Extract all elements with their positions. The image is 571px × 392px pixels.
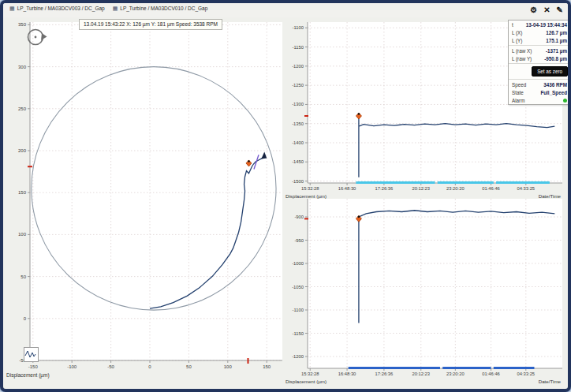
info-value: 126.7 µm [546,30,567,35]
alarm-status-dot [563,99,567,103]
svg-text:100: 100 [224,364,233,369]
orbit-chart[interactable]: -150-100-5005010015035030025020015010050… [6,22,282,379]
svg-text:-150: -150 [28,364,39,369]
svg-text:-1150: -1150 [293,331,304,336]
svg-text:16:48:30: 16:48:30 [338,186,356,191]
svg-text:Displacement (µm): Displacement (µm) [286,193,327,199]
info-panel: t 13-04-19 15:44:34 L (X) 126.7 µm L (Y)… [508,20,571,105]
svg-text:01:46:46: 01:46:46 [482,371,500,376]
svg-text:04:33:25: 04:33:25 [517,186,536,191]
svg-text:150: 150 [263,364,271,369]
svg-text:17:26:36: 17:26:36 [375,371,394,376]
set-as-zero-button[interactable]: Set as zero [532,66,568,77]
svg-text:-1400: -1400 [292,140,304,145]
svg-text:-1300: -1300 [292,102,304,106]
charts-canvas: -150-100-5005010015035030025020015010050… [3,3,568,389]
svg-text:-100: -100 [67,364,77,369]
waveform-toggle-icon[interactable] [24,347,39,362]
svg-text:-1100: -1100 [293,25,304,30]
svg-text:-1450: -1450 [292,159,304,164]
info-row-time: t 13-04-19 15:44:34 [509,21,570,28]
info-row-alarm: Alarm [509,96,570,104]
divider [509,79,570,80]
svg-text:50: 50 [21,274,26,279]
info-label: Speed [512,82,526,88]
svg-text:-1500: -1500 [292,179,304,184]
info-row-raw-y: L (raw Y) -950.8 µm [509,54,570,62]
cursor-tooltip: 13.04.19 15:43:22 X: 126 µm Y: 181 µm Sp… [79,19,222,30]
svg-text:01:46:46: 01:46:46 [482,186,500,191]
svg-text:23:20:20: 23:20:20 [446,371,465,376]
svg-text:-50: -50 [107,364,114,369]
info-label: Alarm [512,98,524,103]
info-value: 3436 RPM [543,82,567,88]
svg-text:200: 200 [18,148,27,153]
rotation-direction-icon [24,25,47,49]
svg-text:-950: -950 [294,238,304,243]
svg-text:-1250: -1250 [292,83,304,88]
svg-text:-1350: -1350 [292,121,304,126]
svg-text:-1100: -1100 [293,308,304,312]
svg-text:0: 0 [24,316,27,321]
svg-text:0: 0 [148,364,151,369]
trend-chart-y[interactable]: 15:32:2816:48:3017:26:3620:12:2323:20:20… [286,199,562,384]
svg-text:15:32:28: 15:32:28 [301,186,319,191]
divider [509,63,570,64]
svg-text:300: 300 [18,65,27,69]
svg-text:Date/Time: Date/Time [539,193,562,199]
svg-text:Displacement (µm): Displacement (µm) [6,372,50,379]
info-value: 13-04-19 15:44:34 [526,22,567,28]
info-label: L (Y) [512,38,522,43]
svg-text:-1200: -1200 [292,354,304,359]
info-label: L (X) [512,30,522,35]
info-label: L (raw X) [512,48,532,54]
svg-text:-900: -900 [294,215,304,219]
svg-text:100: 100 [18,232,27,237]
svg-text:20:12:23: 20:12:23 [412,371,430,376]
info-label: t [512,22,513,28]
info-row-raw-x: L (raw X) -1371 µm [509,47,570,54]
app-window: ▦ LP_Turbine / MA03DCV003 / DC_Gap ▦ LP_… [0,0,571,392]
svg-text:250: 250 [18,106,27,111]
svg-text:15:32:28: 15:32:28 [301,371,319,376]
svg-text:17:26:36: 17:26:36 [375,186,394,191]
svg-text:-1000: -1000 [292,261,304,266]
divider [509,45,570,46]
info-label: State [512,90,524,95]
svg-text:-1050: -1050 [292,285,304,289]
svg-text:50: 50 [186,364,192,369]
info-row-state: State Full_Speed [509,88,570,96]
svg-text:Displacement (µm): Displacement (µm) [286,379,327,384]
info-value: 175.1 µm [546,38,567,43]
svg-text:Date/Time: Date/Time [539,379,562,384]
svg-text:23:20:20: 23:20:20 [446,186,465,191]
svg-text:20:12:23: 20:12:23 [412,186,430,191]
svg-text:04:33:25: 04:33:25 [517,371,536,376]
info-value: -1371 µm [546,48,567,54]
info-row-speed: Speed 3436 RPM [509,80,570,88]
svg-text:-1200: -1200 [292,64,304,69]
info-row-ly: L (Y) 175.1 µm [509,36,570,44]
info-row-lx: L (X) 126.7 µm [509,28,570,36]
svg-text:150: 150 [18,190,27,195]
svg-text:-1150: -1150 [293,45,304,50]
info-value: Full_Speed [540,90,567,95]
info-label: L (raw Y) [512,56,532,62]
svg-text:16:48:30: 16:48:30 [338,371,356,376]
info-value: -950.8 µm [544,56,567,62]
